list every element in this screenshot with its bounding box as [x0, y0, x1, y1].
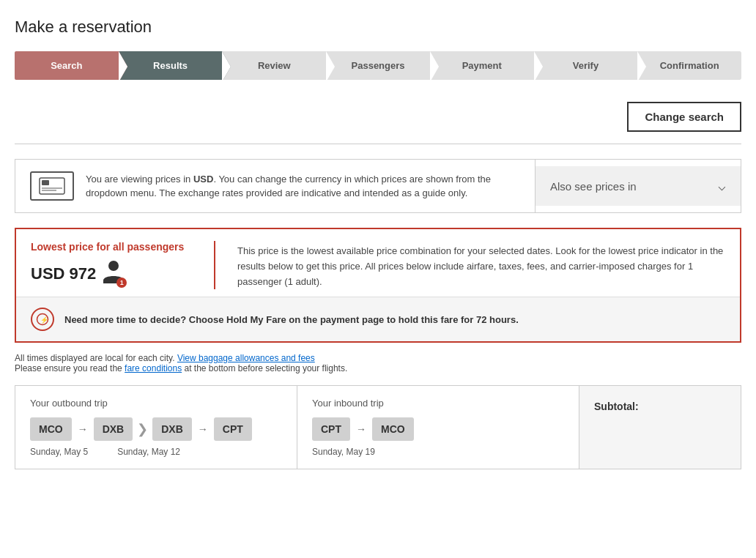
svg-point-4	[108, 261, 119, 271]
step-verify[interactable]: Verify	[534, 51, 638, 80]
passenger-icon-wrapper: 1	[103, 260, 124, 288]
page-container: Make a reservation Search Results Review…	[0, 0, 756, 487]
notice-line2: Please ensure you read the fare conditio…	[15, 363, 741, 373]
step-payment-label: Payment	[462, 60, 502, 71]
step-review[interactable]: Review	[222, 51, 326, 80]
notices: All times displayed are local for each c…	[15, 353, 741, 373]
notice-line2-suffix: at the bottom before selecting your flig…	[182, 363, 347, 373]
step-verify-label: Verify	[573, 60, 598, 71]
lowest-price-label: Lowest price for all passengers	[31, 241, 192, 253]
notice-line1-prefix: All times displayed are local for each c…	[15, 353, 177, 363]
currency-code: USD	[193, 174, 213, 185]
hold-fare-icon: ⚡	[31, 308, 54, 331]
change-search-row: Change search	[15, 102, 741, 132]
step-confirmation[interactable]: Confirmation	[637, 51, 741, 80]
lowest-price-left: Lowest price for all passengers USD 972 …	[31, 241, 192, 288]
inbound-segment1: CPT → MCO	[312, 417, 414, 441]
outbound-trip-label: Your outbound trip	[30, 398, 282, 409]
step-review-label: Review	[258, 60, 291, 71]
notice-line1: All times displayed are local for each c…	[15, 353, 741, 363]
lowest-price-amount: USD 972 1	[31, 260, 192, 288]
outbound-segment1: MCO → DXB	[30, 417, 133, 441]
fare-conditions-link[interactable]: fare conditions	[125, 363, 182, 373]
clock-lightning-icon: ⚡	[36, 313, 49, 326]
arrow-icon-1: →	[78, 423, 88, 435]
svg-text:⚡: ⚡	[40, 316, 49, 324]
currency-text: You are viewing prices in USD. You can c…	[86, 172, 520, 201]
price-value: USD 972	[31, 264, 96, 283]
outbound-trip-section: Your outbound trip MCO → DXB ❯ DXB → CPT…	[15, 386, 297, 469]
baggage-link[interactable]: View baggage allowances and fees	[177, 353, 315, 363]
outbound-from2: DXB	[152, 417, 192, 441]
arrow-icon-2: →	[198, 423, 208, 435]
inbound-from1: CPT	[312, 417, 350, 441]
currency-notice-left: You are viewing prices in USD. You can c…	[15, 160, 536, 212]
price-divider	[214, 241, 215, 289]
page-title: Make a reservation	[15, 18, 741, 37]
inbound-arrow-icon: →	[356, 423, 366, 435]
currency-icon	[30, 171, 74, 201]
trip-container: Your outbound trip MCO → DXB ❯ DXB → CPT…	[15, 385, 741, 469]
svg-rect-1	[42, 180, 49, 185]
outbound-date1: Sunday, May 5 Sunday, May 12	[30, 447, 282, 457]
change-search-button[interactable]: Change search	[627, 102, 741, 132]
subtotal-label: Subtotal:	[594, 398, 726, 412]
passenger-badge: 1	[116, 278, 127, 288]
chevron-down-icon: ⌵	[718, 178, 726, 194]
step-payment[interactable]: Payment	[430, 51, 534, 80]
notice-line2-prefix: Please ensure you read the	[15, 363, 125, 373]
inbound-route-row: CPT → MCO	[312, 417, 564, 441]
step-confirmation-label: Confirmation	[660, 60, 719, 71]
dropdown-label: Also see prices in	[550, 180, 637, 193]
hold-fare-bar: ⚡ Need more time to decide? Choose Hold …	[16, 297, 740, 341]
step-results[interactable]: Results	[119, 51, 223, 80]
lowest-price-box: Lowest price for all passengers USD 972 …	[15, 228, 741, 343]
outbound-route-row: MCO → DXB ❯ DXB → CPT	[30, 417, 282, 441]
currency-notice: You are viewing prices in USD. You can c…	[15, 159, 741, 213]
also-see-prices-dropdown[interactable]: Also see prices in ⌵	[536, 166, 741, 206]
outbound-segment2: DXB → CPT	[152, 417, 252, 441]
outbound-from1: MCO	[30, 417, 72, 441]
subtotal-section: Subtotal:	[579, 386, 741, 469]
inbound-to1: MCO	[372, 417, 414, 441]
segment-chevron: ❯	[137, 421, 148, 437]
step-search[interactable]: Search	[15, 51, 119, 80]
section-divider	[15, 144, 741, 144]
step-passengers[interactable]: Passengers	[326, 51, 430, 80]
step-results-label: Results	[153, 60, 188, 71]
outbound-to1: DXB	[94, 417, 133, 441]
progress-bar: Search Results Review Passengers Payment…	[15, 51, 741, 80]
inbound-trip-section: Your inbound trip CPT → MCO Sunday, May …	[297, 386, 579, 469]
hold-fare-text: Need more time to decide? Choose Hold My…	[64, 314, 519, 325]
outbound-to2: CPT	[214, 417, 252, 441]
inbound-date1: Sunday, May 19	[312, 447, 564, 457]
lowest-price-header: Lowest price for all passengers USD 972 …	[16, 229, 740, 297]
inbound-trip-label: Your inbound trip	[312, 398, 564, 409]
lowest-price-description: This price is the lowest available price…	[237, 241, 725, 289]
step-search-label: Search	[51, 60, 82, 71]
step-passengers-label: Passengers	[352, 60, 405, 71]
